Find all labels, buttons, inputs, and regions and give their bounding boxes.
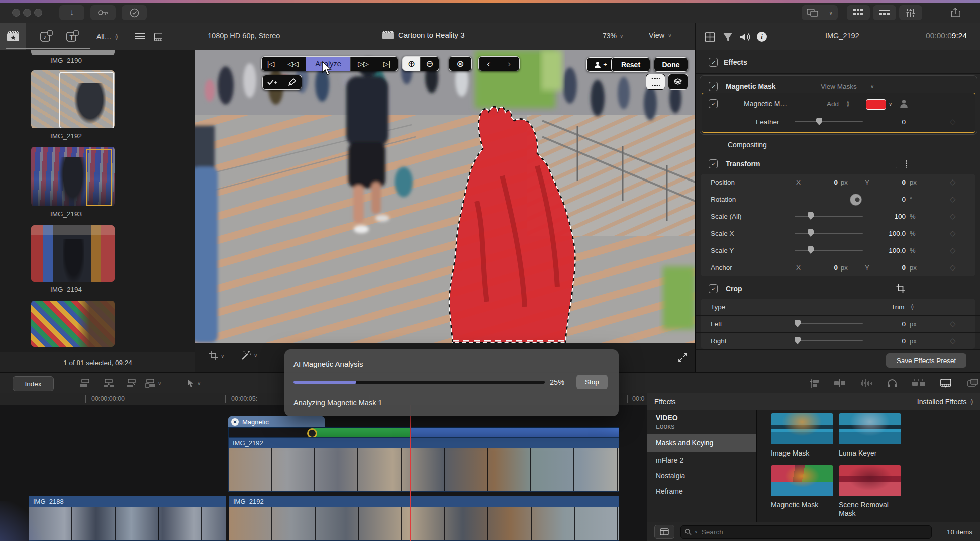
timeline-clip-img2192-storyline[interactable]: IMG_2192 [229, 496, 619, 507]
delete-mask-button[interactable]: ⊗ [449, 57, 471, 71]
remove-from-mask-button[interactable]: ⊖ [421, 57, 439, 71]
previous-mask-button[interactable]: ‹ [479, 57, 499, 71]
list-view-button[interactable] [132, 30, 149, 44]
step-forward-button[interactable]: ▷▷ [351, 57, 376, 71]
rotation-value[interactable]: 0 [880, 196, 906, 203]
transform-onscreen-icon[interactable] [896, 160, 907, 168]
keyframe-icon[interactable]: ◇ [950, 246, 956, 255]
tab-media-browser[interactable] [0, 23, 26, 50]
effect-thumb-luma-keyer[interactable] [839, 413, 901, 444]
append-clip-button[interactable] [122, 376, 142, 390]
brush-tool-button[interactable] [282, 75, 302, 89]
crop-right-value[interactable]: 0 [880, 337, 906, 345]
trim-tool-button[interactable] [829, 376, 850, 390]
blend-mode-dropdown[interactable]: Add [827, 100, 839, 108]
background-tasks-button[interactable] [122, 5, 147, 20]
show-mask-outline-button[interactable] [646, 74, 665, 90]
toggle-sidebar-button[interactable] [654, 525, 674, 539]
minimize-window-button[interactable] [23, 9, 31, 17]
clip-thumbnail-partial-top[interactable] [31, 50, 115, 55]
scale-all-slider[interactable] [795, 208, 863, 224]
magnetic-mask-checkbox[interactable]: ✓ [709, 82, 718, 91]
installed-effects-dropdown[interactable]: Installed Effects ∧∨ [917, 398, 973, 406]
scale-y-slider[interactable] [795, 242, 863, 258]
show-inspector-button[interactable] [899, 5, 922, 20]
keyframe-icon[interactable]: ◇ [950, 229, 956, 238]
keyframe-icon[interactable]: ◇ [950, 195, 956, 204]
close-window-button[interactable] [12, 9, 20, 17]
scale-x-value[interactable]: 100.0 [880, 230, 906, 237]
viewer-view-dropdown[interactable]: View ∨ [649, 31, 672, 39]
search-input[interactable] [701, 528, 853, 536]
share-button[interactable] [943, 5, 968, 20]
mask-item-checkbox[interactable]: ✓ [709, 99, 718, 108]
scale-all-value[interactable]: 100 [880, 213, 906, 220]
reset-button[interactable]: Reset [611, 57, 650, 72]
scale-y-value[interactable]: 100.0 [880, 247, 906, 254]
analysis-marker[interactable] [307, 428, 317, 438]
clip-thumbnail-partial-bottom[interactable] [31, 301, 115, 347]
go-to-end-button[interactable]: ▷| [376, 57, 398, 71]
transform-checkbox[interactable]: ✓ [709, 159, 718, 168]
crop-tool-dropdown[interactable]: ∨ [209, 351, 224, 361]
tab-color-inspector[interactable] [721, 30, 735, 43]
import-media-button[interactable]: ↓ [59, 5, 84, 20]
clip-appearance-button[interactable] [935, 376, 957, 390]
insert-clip-button[interactable] [99, 376, 119, 390]
viewer-canvas[interactable] [195, 50, 695, 343]
crop-left-value[interactable]: 0 [880, 320, 906, 328]
go-to-start-button[interactable]: |◁ [262, 57, 280, 71]
category-reframe[interactable]: Reframe [647, 483, 756, 499]
crop-onscreen-icon[interactable] [896, 284, 906, 294]
feather-value[interactable]: 0 [880, 118, 906, 126]
x-value[interactable]: 0 [813, 178, 838, 186]
crop-right-slider[interactable] [795, 333, 863, 349]
tab-photos-audio[interactable]: ♪ [35, 29, 57, 45]
keyword-editor-button[interactable] [90, 5, 116, 20]
keyframe-icon[interactable]: ◇ [950, 319, 956, 328]
keyframe-icon[interactable]: ◇ [950, 177, 956, 187]
keyframe-icon[interactable]: ◇ [950, 117, 956, 126]
category-looks[interactable]: Looks [647, 425, 756, 434]
overwrite-clip-dropdown[interactable]: ∨ [145, 376, 161, 390]
tab-info-inspector[interactable]: i [755, 30, 769, 43]
add-stroke-tool-button[interactable] [263, 75, 282, 89]
magnetic-mask-timeline-badge[interactable]: ✕ Magnetic [228, 416, 325, 427]
mask-color-swatch[interactable] [866, 99, 886, 110]
person-mask-icon[interactable] [900, 99, 908, 108]
display-output-button[interactable]: ∨ [802, 5, 838, 20]
effects-search-field[interactable]: ∨ [680, 525, 932, 539]
scale-x-slider[interactable] [795, 225, 863, 241]
connect-clip-button[interactable] [75, 376, 95, 390]
feather-slider[interactable] [795, 114, 863, 130]
clip-filter-dropdown[interactable]: All… ∧∨ [96, 30, 118, 44]
tool-palette-dropdown[interactable]: ∨ [187, 376, 201, 390]
category-masks-and-keying[interactable]: Masks and Keying [647, 434, 756, 452]
playhead[interactable] [410, 405, 411, 541]
tab-audio-inspector[interactable] [738, 30, 753, 43]
audio-waveform-button[interactable] [855, 376, 876, 390]
clip-thumbnail-img2194[interactable] [31, 225, 115, 282]
solo-button[interactable] [881, 376, 903, 390]
step-back-button[interactable]: ◁◁ [280, 57, 306, 71]
timeline-clip-img2192[interactable]: IMG_2192 [228, 437, 619, 448]
category-mflare2[interactable]: mFlare 2 [647, 452, 756, 468]
next-mask-button[interactable]: › [499, 57, 519, 71]
add-person-mask-button[interactable]: + [586, 57, 615, 72]
index-button[interactable]: Index [13, 376, 54, 391]
keyframe-icon[interactable]: ◇ [950, 336, 956, 345]
show-browser-button[interactable] [847, 5, 870, 20]
timeline-track-area[interactable]: ✕ Magnetic IMG_2192 IMG_2188 IMG_2192 [0, 405, 647, 541]
y-value[interactable]: 0 [880, 178, 906, 186]
keyframe-icon[interactable]: ◇ [950, 263, 956, 272]
effects-checkbox[interactable]: ✓ [709, 58, 718, 67]
crop-checkbox[interactable]: ✓ [709, 284, 718, 293]
zoom-window-button[interactable] [34, 9, 42, 17]
effect-thumb-image-mask[interactable] [771, 413, 833, 444]
clip-thumbnail-img2193[interactable] [31, 147, 115, 206]
crop-left-slider[interactable] [795, 316, 863, 332]
show-timeline-button[interactable] [873, 5, 896, 20]
rotation-dial[interactable] [850, 194, 862, 206]
tab-titles-generators[interactable]: T [61, 29, 83, 45]
effect-thumb-magnetic-mask[interactable] [771, 465, 833, 496]
